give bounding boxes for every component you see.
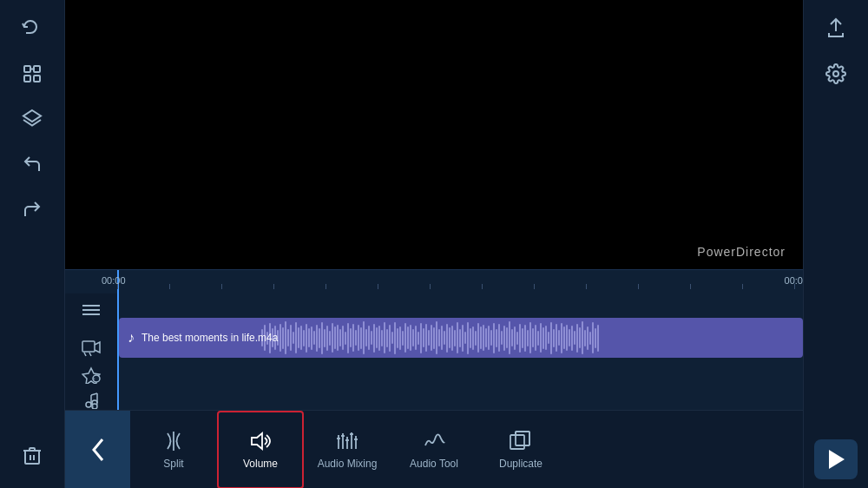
svg-line-14	[89, 353, 91, 356]
svg-marker-26	[252, 433, 262, 449]
svg-point-43	[833, 71, 838, 76]
svg-rect-38	[516, 432, 529, 445]
audio-tool-icon	[422, 430, 446, 452]
svg-line-13	[84, 353, 86, 356]
split-icon	[162, 430, 185, 452]
svg-rect-6	[25, 451, 39, 464]
track-controls: ! !	[65, 293, 117, 410]
delete-icon[interactable]	[10, 436, 54, 476]
undo-arrow-icon[interactable]	[10, 144, 54, 184]
duplicate-icon	[509, 430, 533, 452]
volume-tool[interactable]: Volume	[217, 411, 304, 489]
playhead-line	[117, 293, 119, 410]
timeline-area: ! ! ♪ The best moments i	[65, 293, 803, 410]
export-button[interactable]	[814, 9, 858, 49]
svg-rect-1	[34, 66, 40, 72]
media-grid-icon[interactable]	[10, 54, 54, 94]
watermark: PowerDirector	[697, 245, 786, 259]
svg-marker-44	[829, 450, 845, 469]
audio-tool-label: Audio Tool	[410, 458, 458, 470]
track-effects-icon[interactable]: !	[76, 366, 107, 385]
svg-rect-0	[24, 66, 30, 72]
timeline-ruler: 00:00 00:0	[65, 269, 803, 293]
svg-line-22	[91, 393, 97, 395]
bottom-toolbar: Split Volume	[65, 410, 803, 488]
undo-icon[interactable]	[10, 9, 54, 49]
audio-mixing-tool[interactable]: Audio Mixing	[304, 411, 391, 489]
audio-waveform	[258, 318, 803, 358]
duplicate-label: Duplicate	[499, 458, 542, 470]
left-sidebar	[0, 0, 65, 488]
right-sidebar	[803, 0, 868, 488]
preview-area: PowerDirector	[65, 0, 803, 269]
duplicate-tool[interactable]: Duplicate	[477, 411, 564, 489]
play-button[interactable]	[814, 439, 858, 479]
svg-rect-12	[82, 341, 95, 352]
track-audio-icon[interactable]: !	[76, 392, 107, 411]
track-menu-icon[interactable]	[76, 300, 107, 320]
split-tool[interactable]: Split	[130, 411, 217, 489]
svg-rect-37	[510, 435, 524, 449]
audio-tool-tool[interactable]: Audio Tool	[391, 411, 477, 489]
track-content: ♪ The best moments in life.m4a	[117, 293, 803, 410]
toolbar-items: Split Volume	[130, 411, 564, 489]
ruler-end-time: 00:0	[785, 275, 803, 286]
audio-track[interactable]: ♪ The best moments in life.m4a	[119, 318, 803, 358]
svg-marker-5	[23, 110, 41, 122]
svg-rect-2	[24, 76, 30, 82]
track-video-icon[interactable]	[76, 340, 107, 359]
svg-text:!: !	[93, 405, 94, 409]
svg-point-18	[86, 402, 91, 407]
svg-rect-3	[34, 76, 40, 82]
settings-button[interactable]	[814, 54, 858, 94]
main-area: PowerDirector 00:00 00:0	[65, 0, 803, 488]
volume-label: Volume	[243, 458, 278, 470]
redo-arrow-icon[interactable]	[10, 189, 54, 229]
audio-track-label: The best moments in life.m4a	[141, 332, 278, 344]
ruler-start-time: 00:00	[102, 275, 126, 286]
back-button[interactable]	[65, 411, 130, 489]
layers-icon[interactable]	[10, 99, 54, 139]
audio-mixing-label: Audio Mixing	[318, 458, 378, 470]
split-label: Split	[163, 458, 183, 470]
volume-icon	[248, 430, 273, 452]
audio-mixing-icon	[335, 430, 359, 452]
